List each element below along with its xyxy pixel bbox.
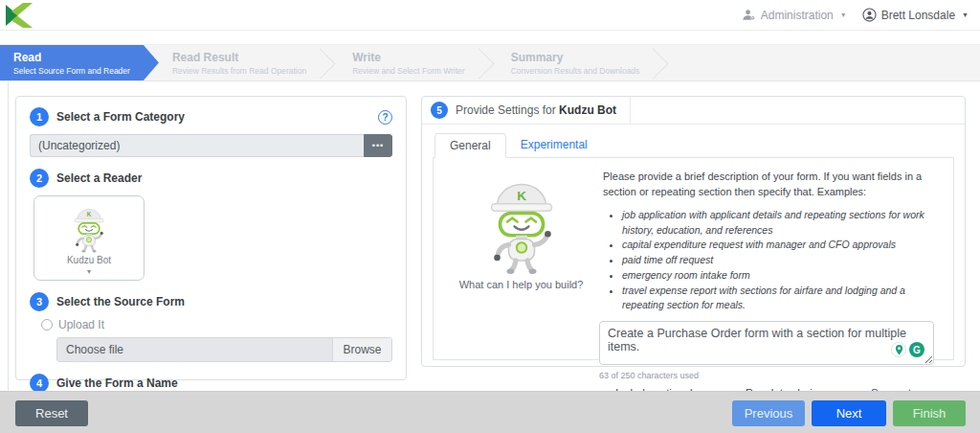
step1-title: Select a Form Category [56,110,185,124]
step-subtitle: Conversion Results and Downloads [511,66,640,76]
kudzu-bot-robot-icon [68,203,110,253]
footer-bar: Reset Previous Next Finish [0,391,980,433]
step5-number-badge: 5 [431,102,448,119]
prompt-area: Create a Purchase Order form with a sect… [599,321,934,369]
reset-button[interactable]: Reset [15,400,88,426]
grammarly-icons: G [891,342,924,357]
file-upload-group: Choose file Browse [56,337,392,362]
example-item: emergency room intake form [622,268,938,284]
choose-file-input[interactable]: Choose file [57,338,332,361]
wizard-step-summary[interactable]: Summary Conversion Results and Downloads [498,45,654,80]
step-separator-chevron [479,45,498,80]
settings-tabs: General Experimental What can I help you… [433,133,954,360]
administration-label: Administration [761,9,834,22]
content-columns: What can I help you build? Please provid… [443,168,944,313]
reader-name-label: Kudzu Bot [38,255,140,265]
step-title: Read [13,51,130,64]
wizard-steps-bar: Read Select Source Form and Reader Read … [0,44,980,81]
step-subtitle: Review Results from Read Operation [172,66,306,76]
step2-title: Select a Reader [56,171,142,185]
step4-header: 4 Give the Form a Name [30,374,392,393]
step-separator-chevron [653,45,672,80]
step3-number-badge: 3 [30,292,49,311]
example-item: capital expenditure request with manager… [622,238,938,253]
wizard-step-write[interactable]: Write Review and Select Form Writer [339,45,478,80]
next-button[interactable]: Next [812,400,886,426]
example-item: travel expense report with sections for … [622,284,938,314]
browse-button[interactable]: Browse [332,338,391,361]
footer-nav-buttons: Previous Next Finish [732,400,966,426]
step2-number-badge: 2 [30,169,49,188]
upload-it-option[interactable]: Upload It [41,318,392,331]
grammarly-pin-icon[interactable] [891,342,906,357]
tab-experimental[interactable]: Experimental [506,133,602,157]
top-bar: Administration ▼ Brett Lonsdale ▼ [0,0,980,31]
step2-header: 2 Select a Reader [30,169,392,188]
reader-card-kudzu-bot[interactable]: Kudzu Bot ▾ [33,195,145,281]
wizard-step-read-result[interactable]: Read Result Review Results from Read Ope… [159,45,320,80]
top-bar-menus: Administration ▼ Brett Lonsdale ▼ [742,8,969,22]
form-description-textarea[interactable]: Create a Purchase Order form with a sect… [599,321,934,365]
assistant-column: What can I help you build? [443,168,599,313]
user-menu[interactable]: Brett Lonsdale ▼ [862,8,969,22]
help-icon[interactable]: ? [378,110,392,125]
step-subtitle: Select Source Form and Reader [13,66,130,76]
source-form-panel: 1 Select a Form Category ? (Uncategorize… [15,96,407,380]
user-name-label: Brett Lonsdale [881,9,955,22]
step5-bot-name: Kudzu Bot [559,103,616,117]
chevron-down-icon: ▼ [962,11,969,18]
general-tab-content: What can I help you build? Please provid… [433,158,954,360]
user-circle-icon [862,8,877,22]
step-title: Summary [511,51,640,64]
step1-number-badge: 1 [30,107,49,126]
grammarly-g-icon[interactable]: G [909,342,924,357]
description-text: Please provide a brief description of yo… [603,170,938,200]
wizard-step-read[interactable]: Read Select Source Form and Reader [0,45,159,80]
kudzu-bot-robot-icon [478,171,566,275]
app-window: Administration ▼ Brett Lonsdale ▼ Read S… [0,0,980,433]
upload-it-label: Upload It [58,318,104,331]
step5-title-prefix: Provide Settings for [456,103,556,117]
step1-header: 1 Select a Form Category ? [30,107,392,126]
example-item: job application with applicant details a… [622,208,938,239]
step-title: Read Result [172,51,306,64]
chevron-down-icon[interactable]: ▾ [38,267,140,276]
step4-title: Give the Form a Name [56,376,178,390]
character-counter: 63 of 250 characters used [599,371,944,380]
step4-number-badge: 4 [30,374,49,393]
step-separator-chevron [320,45,339,80]
step5-title: Provide Settings for Kudzu Bot [456,103,616,117]
description-column: Please provide a brief description of yo… [599,168,944,313]
step5-header: 5 Provide Settings for Kudzu Bot [422,97,965,125]
upload-it-radio[interactable] [41,319,53,330]
assistant-caption: What can I help you build? [443,279,599,290]
administration-menu[interactable]: Administration ▼ [742,8,847,22]
example-item: paid time off request [622,253,938,268]
step3-title: Select the Source Form [56,295,185,308]
form-category-select[interactable]: (Uncategorized) [30,134,364,157]
tab-nav: General Experimental [433,133,954,158]
step3-header: 3 Select the Source Form [30,292,392,311]
brand-logo-icon [6,3,34,28]
settings-panel: 5 Provide Settings for Kudzu Bot General… [421,96,966,367]
chevron-down-icon: ▼ [840,11,847,18]
examples-list: job application with applicant details a… [622,208,938,313]
tab-general[interactable]: General [434,133,506,158]
step5-header-tab: 5 Provide Settings for Kudzu Bot [422,97,631,124]
finish-button[interactable]: Finish [893,400,966,426]
step-subtitle: Review and Select Form Writer [352,66,464,76]
step-title: Write [352,51,464,64]
form-category-group: (Uncategorized) ••• [30,134,392,157]
previous-button[interactable]: Previous [732,400,805,426]
category-more-button[interactable]: ••• [364,134,392,157]
admin-person-gear-icon [742,8,756,22]
content-left-divider [8,82,9,391]
